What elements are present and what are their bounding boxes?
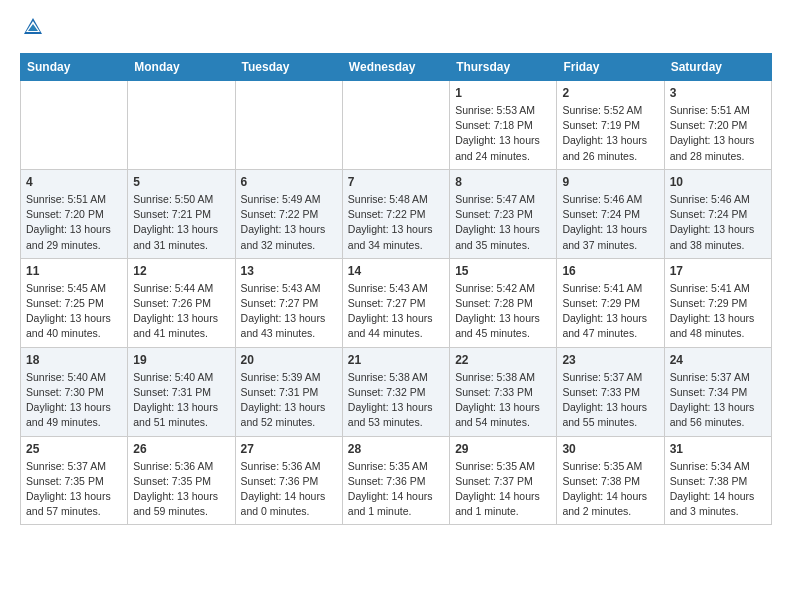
logo-text — [20, 16, 44, 43]
day-info: Sunrise: 5:48 AM Sunset: 7:22 PM Dayligh… — [348, 192, 444, 253]
day-number: 5 — [133, 175, 229, 189]
calendar-cell: 17Sunrise: 5:41 AM Sunset: 7:29 PM Dayli… — [664, 258, 771, 347]
day-info: Sunrise: 5:46 AM Sunset: 7:24 PM Dayligh… — [562, 192, 658, 253]
logo-icon — [22, 16, 44, 38]
day-info: Sunrise: 5:44 AM Sunset: 7:26 PM Dayligh… — [133, 281, 229, 342]
weekday-header-sunday: Sunday — [21, 54, 128, 81]
calendar-cell: 24Sunrise: 5:37 AM Sunset: 7:34 PM Dayli… — [664, 347, 771, 436]
calendar-cell: 25Sunrise: 5:37 AM Sunset: 7:35 PM Dayli… — [21, 436, 128, 525]
calendar-cell: 2Sunrise: 5:52 AM Sunset: 7:19 PM Daylig… — [557, 81, 664, 170]
calendar-cell: 31Sunrise: 5:34 AM Sunset: 7:38 PM Dayli… — [664, 436, 771, 525]
calendar-cell: 1Sunrise: 5:53 AM Sunset: 7:18 PM Daylig… — [450, 81, 557, 170]
day-number: 15 — [455, 264, 551, 278]
calendar-cell: 3Sunrise: 5:51 AM Sunset: 7:20 PM Daylig… — [664, 81, 771, 170]
weekday-header-wednesday: Wednesday — [342, 54, 449, 81]
day-info: Sunrise: 5:35 AM Sunset: 7:38 PM Dayligh… — [562, 459, 658, 520]
day-info: Sunrise: 5:49 AM Sunset: 7:22 PM Dayligh… — [241, 192, 337, 253]
day-info: Sunrise: 5:35 AM Sunset: 7:37 PM Dayligh… — [455, 459, 551, 520]
day-info: Sunrise: 5:51 AM Sunset: 7:20 PM Dayligh… — [26, 192, 122, 253]
calendar-cell — [235, 81, 342, 170]
day-info: Sunrise: 5:47 AM Sunset: 7:23 PM Dayligh… — [455, 192, 551, 253]
week-row-1: 1Sunrise: 5:53 AM Sunset: 7:18 PM Daylig… — [21, 81, 772, 170]
calendar-cell — [342, 81, 449, 170]
logo — [20, 16, 44, 43]
day-number: 24 — [670, 353, 766, 367]
day-number: 28 — [348, 442, 444, 456]
calendar-cell — [128, 81, 235, 170]
calendar-cell: 20Sunrise: 5:39 AM Sunset: 7:31 PM Dayli… — [235, 347, 342, 436]
calendar-cell: 21Sunrise: 5:38 AM Sunset: 7:32 PM Dayli… — [342, 347, 449, 436]
day-info: Sunrise: 5:38 AM Sunset: 7:33 PM Dayligh… — [455, 370, 551, 431]
calendar-cell: 14Sunrise: 5:43 AM Sunset: 7:27 PM Dayli… — [342, 258, 449, 347]
calendar-cell: 23Sunrise: 5:37 AM Sunset: 7:33 PM Dayli… — [557, 347, 664, 436]
day-info: Sunrise: 5:37 AM Sunset: 7:33 PM Dayligh… — [562, 370, 658, 431]
day-info: Sunrise: 5:37 AM Sunset: 7:34 PM Dayligh… — [670, 370, 766, 431]
calendar-cell: 15Sunrise: 5:42 AM Sunset: 7:28 PM Dayli… — [450, 258, 557, 347]
day-number: 27 — [241, 442, 337, 456]
calendar-cell: 18Sunrise: 5:40 AM Sunset: 7:30 PM Dayli… — [21, 347, 128, 436]
calendar-cell: 29Sunrise: 5:35 AM Sunset: 7:37 PM Dayli… — [450, 436, 557, 525]
day-info: Sunrise: 5:40 AM Sunset: 7:31 PM Dayligh… — [133, 370, 229, 431]
day-number: 26 — [133, 442, 229, 456]
day-number: 29 — [455, 442, 551, 456]
day-info: Sunrise: 5:34 AM Sunset: 7:38 PM Dayligh… — [670, 459, 766, 520]
day-number: 17 — [670, 264, 766, 278]
day-info: Sunrise: 5:36 AM Sunset: 7:35 PM Dayligh… — [133, 459, 229, 520]
day-info: Sunrise: 5:43 AM Sunset: 7:27 PM Dayligh… — [241, 281, 337, 342]
weekday-header-monday: Monday — [128, 54, 235, 81]
day-number: 10 — [670, 175, 766, 189]
day-info: Sunrise: 5:52 AM Sunset: 7:19 PM Dayligh… — [562, 103, 658, 164]
day-number: 20 — [241, 353, 337, 367]
calendar-cell: 28Sunrise: 5:35 AM Sunset: 7:36 PM Dayli… — [342, 436, 449, 525]
calendar-table: SundayMondayTuesdayWednesdayThursdayFrid… — [20, 53, 772, 525]
day-info: Sunrise: 5:38 AM Sunset: 7:32 PM Dayligh… — [348, 370, 444, 431]
calendar-cell: 22Sunrise: 5:38 AM Sunset: 7:33 PM Dayli… — [450, 347, 557, 436]
day-number: 3 — [670, 86, 766, 100]
calendar-cell: 4Sunrise: 5:51 AM Sunset: 7:20 PM Daylig… — [21, 169, 128, 258]
day-info: Sunrise: 5:39 AM Sunset: 7:31 PM Dayligh… — [241, 370, 337, 431]
calendar-cell: 19Sunrise: 5:40 AM Sunset: 7:31 PM Dayli… — [128, 347, 235, 436]
calendar-cell: 11Sunrise: 5:45 AM Sunset: 7:25 PM Dayli… — [21, 258, 128, 347]
day-number: 30 — [562, 442, 658, 456]
weekday-header-thursday: Thursday — [450, 54, 557, 81]
day-number: 21 — [348, 353, 444, 367]
day-number: 11 — [26, 264, 122, 278]
day-number: 31 — [670, 442, 766, 456]
week-row-3: 11Sunrise: 5:45 AM Sunset: 7:25 PM Dayli… — [21, 258, 772, 347]
day-info: Sunrise: 5:43 AM Sunset: 7:27 PM Dayligh… — [348, 281, 444, 342]
page-header — [20, 16, 772, 43]
day-info: Sunrise: 5:41 AM Sunset: 7:29 PM Dayligh… — [562, 281, 658, 342]
calendar-cell: 16Sunrise: 5:41 AM Sunset: 7:29 PM Dayli… — [557, 258, 664, 347]
calendar-cell: 8Sunrise: 5:47 AM Sunset: 7:23 PM Daylig… — [450, 169, 557, 258]
day-info: Sunrise: 5:41 AM Sunset: 7:29 PM Dayligh… — [670, 281, 766, 342]
day-number: 7 — [348, 175, 444, 189]
day-info: Sunrise: 5:40 AM Sunset: 7:30 PM Dayligh… — [26, 370, 122, 431]
day-number: 8 — [455, 175, 551, 189]
day-number: 14 — [348, 264, 444, 278]
weekday-header-row: SundayMondayTuesdayWednesdayThursdayFrid… — [21, 54, 772, 81]
week-row-4: 18Sunrise: 5:40 AM Sunset: 7:30 PM Dayli… — [21, 347, 772, 436]
day-number: 2 — [562, 86, 658, 100]
day-number: 13 — [241, 264, 337, 278]
calendar-cell: 26Sunrise: 5:36 AM Sunset: 7:35 PM Dayli… — [128, 436, 235, 525]
day-info: Sunrise: 5:42 AM Sunset: 7:28 PM Dayligh… — [455, 281, 551, 342]
day-number: 25 — [26, 442, 122, 456]
day-info: Sunrise: 5:50 AM Sunset: 7:21 PM Dayligh… — [133, 192, 229, 253]
calendar-cell — [21, 81, 128, 170]
day-number: 12 — [133, 264, 229, 278]
weekday-header-saturday: Saturday — [664, 54, 771, 81]
day-number: 1 — [455, 86, 551, 100]
calendar-cell: 13Sunrise: 5:43 AM Sunset: 7:27 PM Dayli… — [235, 258, 342, 347]
calendar-cell: 12Sunrise: 5:44 AM Sunset: 7:26 PM Dayli… — [128, 258, 235, 347]
day-info: Sunrise: 5:45 AM Sunset: 7:25 PM Dayligh… — [26, 281, 122, 342]
calendar-cell: 6Sunrise: 5:49 AM Sunset: 7:22 PM Daylig… — [235, 169, 342, 258]
day-number: 23 — [562, 353, 658, 367]
day-number: 6 — [241, 175, 337, 189]
day-info: Sunrise: 5:46 AM Sunset: 7:24 PM Dayligh… — [670, 192, 766, 253]
day-number: 18 — [26, 353, 122, 367]
weekday-header-tuesday: Tuesday — [235, 54, 342, 81]
week-row-2: 4Sunrise: 5:51 AM Sunset: 7:20 PM Daylig… — [21, 169, 772, 258]
day-info: Sunrise: 5:51 AM Sunset: 7:20 PM Dayligh… — [670, 103, 766, 164]
day-info: Sunrise: 5:35 AM Sunset: 7:36 PM Dayligh… — [348, 459, 444, 520]
day-number: 4 — [26, 175, 122, 189]
